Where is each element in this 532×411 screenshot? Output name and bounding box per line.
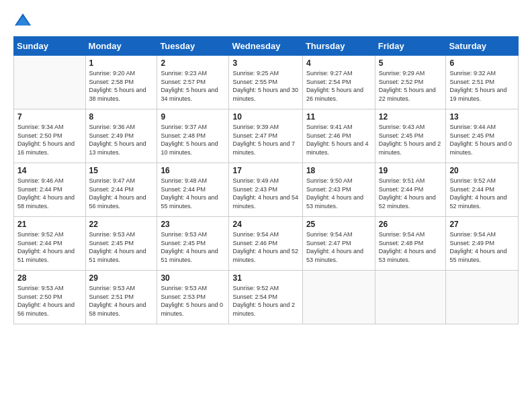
calendar-cell: 14Sunrise: 9:46 AMSunset: 2:44 PMDayligh… bbox=[14, 163, 86, 217]
calendar-body: 1Sunrise: 9:20 AMSunset: 2:58 PMDaylight… bbox=[14, 56, 519, 324]
day-info: Sunrise: 9:39 AMSunset: 2:47 PMDaylight:… bbox=[232, 123, 298, 156]
day-number: 28 bbox=[17, 273, 82, 283]
day-info: Sunrise: 9:53 AMSunset: 2:50 PMDaylight:… bbox=[17, 284, 82, 318]
calendar-cell: 1Sunrise: 9:20 AMSunset: 2:58 PMDaylight… bbox=[85, 56, 157, 109]
day-number: 30 bbox=[161, 273, 225, 283]
calendar-cell: 13Sunrise: 9:44 AMSunset: 2:45 PMDayligh… bbox=[446, 109, 519, 163]
calendar-cell: 20Sunrise: 9:52 AMSunset: 2:44 PMDayligh… bbox=[446, 163, 519, 217]
day-number: 23 bbox=[161, 220, 225, 229]
calendar-cell: 6Sunrise: 9:32 AMSunset: 2:51 PMDaylight… bbox=[446, 56, 519, 109]
calendar-cell: 23Sunrise: 9:53 AMSunset: 2:45 PMDayligh… bbox=[157, 217, 229, 271]
calendar-table: Sunday Monday Tuesday Wednesday Thursday… bbox=[13, 36, 519, 324]
calendar-cell: 29Sunrise: 9:53 AMSunset: 2:51 PMDayligh… bbox=[85, 271, 157, 324]
header-friday: Friday bbox=[375, 37, 446, 56]
day-number: 11 bbox=[306, 112, 371, 122]
day-info: Sunrise: 9:23 AMSunset: 2:57 PMDaylight:… bbox=[161, 69, 225, 103]
day-info: Sunrise: 9:54 AMSunset: 2:46 PMDaylight:… bbox=[232, 230, 298, 264]
day-number: 18 bbox=[306, 166, 371, 175]
calendar-cell: 17Sunrise: 9:49 AMSunset: 2:43 PMDayligh… bbox=[229, 163, 302, 217]
day-info: Sunrise: 9:54 AMSunset: 2:49 PMDaylight:… bbox=[449, 230, 515, 264]
header-sunday: Sunday bbox=[14, 37, 86, 56]
header-tuesday: Tuesday bbox=[157, 37, 229, 56]
day-info: Sunrise: 9:27 AMSunset: 2:54 PMDaylight:… bbox=[306, 69, 371, 103]
calendar-cell bbox=[446, 271, 519, 324]
day-number: 27 bbox=[449, 220, 515, 229]
calendar-cell: 22Sunrise: 9:53 AMSunset: 2:45 PMDayligh… bbox=[85, 217, 157, 271]
day-info: Sunrise: 9:49 AMSunset: 2:43 PMDaylight:… bbox=[232, 177, 298, 210]
day-info: Sunrise: 9:53 AMSunset: 2:51 PMDaylight:… bbox=[89, 284, 154, 318]
calendar-cell: 3Sunrise: 9:25 AMSunset: 2:55 PMDaylight… bbox=[229, 56, 302, 109]
calendar-cell: 15Sunrise: 9:47 AMSunset: 2:44 PMDayligh… bbox=[85, 163, 157, 217]
calendar-cell: 2Sunrise: 9:23 AMSunset: 2:57 PMDaylight… bbox=[157, 56, 229, 109]
day-info: Sunrise: 9:48 AMSunset: 2:44 PMDaylight:… bbox=[161, 177, 225, 210]
day-info: Sunrise: 9:37 AMSunset: 2:48 PMDaylight:… bbox=[161, 123, 225, 156]
logo bbox=[13, 11, 34, 30]
day-number: 15 bbox=[89, 166, 154, 175]
day-info: Sunrise: 9:52 AMSunset: 2:44 PMDaylight:… bbox=[17, 230, 82, 264]
day-number: 6 bbox=[449, 58, 515, 68]
calendar-cell: 31Sunrise: 9:52 AMSunset: 2:54 PMDayligh… bbox=[229, 271, 302, 324]
day-info: Sunrise: 9:47 AMSunset: 2:44 PMDaylight:… bbox=[89, 177, 154, 210]
day-number: 19 bbox=[379, 166, 443, 175]
calendar-cell: 25Sunrise: 9:54 AMSunset: 2:47 PMDayligh… bbox=[302, 217, 375, 271]
calendar-week-row: 28Sunrise: 9:53 AMSunset: 2:50 PMDayligh… bbox=[14, 271, 519, 324]
day-info: Sunrise: 9:32 AMSunset: 2:51 PMDaylight:… bbox=[449, 69, 515, 103]
day-info: Sunrise: 9:52 AMSunset: 2:44 PMDaylight:… bbox=[449, 177, 515, 210]
day-info: Sunrise: 9:54 AMSunset: 2:48 PMDaylight:… bbox=[379, 230, 443, 264]
day-info: Sunrise: 9:41 AMSunset: 2:46 PMDaylight:… bbox=[306, 123, 371, 156]
day-info: Sunrise: 9:25 AMSunset: 2:55 PMDaylight:… bbox=[232, 69, 298, 103]
header-monday: Monday bbox=[85, 37, 157, 56]
header bbox=[13, 11, 519, 30]
day-info: Sunrise: 9:53 AMSunset: 2:53 PMDaylight:… bbox=[161, 284, 225, 318]
day-number: 31 bbox=[232, 273, 298, 283]
day-info: Sunrise: 9:20 AMSunset: 2:58 PMDaylight:… bbox=[89, 69, 154, 103]
day-number: 22 bbox=[89, 220, 154, 229]
header-saturday: Saturday bbox=[446, 37, 519, 56]
calendar-cell: 24Sunrise: 9:54 AMSunset: 2:46 PMDayligh… bbox=[229, 217, 302, 271]
calendar-cell: 21Sunrise: 9:52 AMSunset: 2:44 PMDayligh… bbox=[14, 217, 86, 271]
day-number: 1 bbox=[89, 58, 154, 68]
day-number: 12 bbox=[379, 112, 443, 122]
calendar-cell: 19Sunrise: 9:51 AMSunset: 2:44 PMDayligh… bbox=[375, 163, 446, 217]
calendar-cell: 27Sunrise: 9:54 AMSunset: 2:49 PMDayligh… bbox=[446, 217, 519, 271]
calendar-cell: 9Sunrise: 9:37 AMSunset: 2:48 PMDaylight… bbox=[157, 109, 229, 163]
calendar-week-row: 21Sunrise: 9:52 AMSunset: 2:44 PMDayligh… bbox=[14, 217, 519, 271]
day-number: 14 bbox=[17, 166, 82, 175]
calendar-cell bbox=[375, 271, 446, 324]
day-number: 24 bbox=[232, 220, 298, 229]
calendar-cell: 12Sunrise: 9:43 AMSunset: 2:45 PMDayligh… bbox=[375, 109, 446, 163]
day-info: Sunrise: 9:34 AMSunset: 2:50 PMDaylight:… bbox=[17, 123, 82, 156]
day-info: Sunrise: 9:51 AMSunset: 2:44 PMDaylight:… bbox=[379, 177, 443, 210]
calendar-cell: 16Sunrise: 9:48 AMSunset: 2:44 PMDayligh… bbox=[157, 163, 229, 217]
day-info: Sunrise: 9:54 AMSunset: 2:47 PMDaylight:… bbox=[306, 230, 371, 264]
day-number: 5 bbox=[379, 58, 443, 68]
header-wednesday: Wednesday bbox=[229, 37, 302, 56]
page: Sunday Monday Tuesday Wednesday Thursday… bbox=[0, 0, 532, 411]
calendar-cell: 8Sunrise: 9:36 AMSunset: 2:49 PMDaylight… bbox=[85, 109, 157, 163]
calendar-cell: 10Sunrise: 9:39 AMSunset: 2:47 PMDayligh… bbox=[229, 109, 302, 163]
day-number: 7 bbox=[17, 112, 82, 122]
day-info: Sunrise: 9:43 AMSunset: 2:45 PMDaylight:… bbox=[379, 123, 443, 156]
day-number: 9 bbox=[161, 112, 225, 122]
day-info: Sunrise: 9:29 AMSunset: 2:52 PMDaylight:… bbox=[379, 69, 443, 103]
calendar-week-row: 14Sunrise: 9:46 AMSunset: 2:44 PMDayligh… bbox=[14, 163, 519, 217]
calendar-cell bbox=[14, 56, 86, 109]
day-info: Sunrise: 9:36 AMSunset: 2:49 PMDaylight:… bbox=[89, 123, 154, 156]
day-number: 2 bbox=[161, 58, 225, 68]
day-info: Sunrise: 9:50 AMSunset: 2:43 PMDaylight:… bbox=[306, 177, 371, 210]
day-number: 3 bbox=[232, 58, 298, 68]
logo-icon bbox=[13, 11, 32, 30]
day-number: 8 bbox=[89, 112, 154, 122]
calendar-cell: 4Sunrise: 9:27 AMSunset: 2:54 PMDaylight… bbox=[302, 56, 375, 109]
day-info: Sunrise: 9:52 AMSunset: 2:54 PMDaylight:… bbox=[232, 284, 298, 318]
calendar-cell: 28Sunrise: 9:53 AMSunset: 2:50 PMDayligh… bbox=[14, 271, 86, 324]
calendar-week-row: 7Sunrise: 9:34 AMSunset: 2:50 PMDaylight… bbox=[14, 109, 519, 163]
day-info: Sunrise: 9:53 AMSunset: 2:45 PMDaylight:… bbox=[161, 230, 225, 264]
calendar-cell: 26Sunrise: 9:54 AMSunset: 2:48 PMDayligh… bbox=[375, 217, 446, 271]
day-info: Sunrise: 9:44 AMSunset: 2:45 PMDaylight:… bbox=[449, 123, 515, 156]
day-number: 25 bbox=[306, 220, 371, 229]
day-number: 13 bbox=[449, 112, 515, 122]
day-info: Sunrise: 9:53 AMSunset: 2:45 PMDaylight:… bbox=[89, 230, 154, 264]
day-number: 29 bbox=[89, 273, 154, 283]
calendar-cell: 11Sunrise: 9:41 AMSunset: 2:46 PMDayligh… bbox=[302, 109, 375, 163]
